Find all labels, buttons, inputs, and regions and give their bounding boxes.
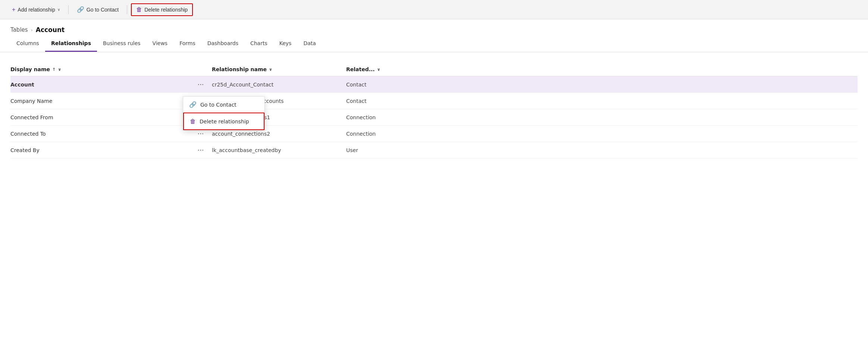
row-rel-name: lk_accountbase_createdby	[212, 147, 346, 153]
row-actions-dots[interactable]: ···	[189, 81, 212, 88]
tabs-area: Columns Relationships Business rules Vie…	[0, 36, 868, 52]
trash-icon: 🗑	[190, 118, 196, 125]
chevron-down-icon: ∨	[57, 7, 60, 12]
tab-columns[interactable]: Columns	[10, 36, 45, 52]
tab-business-rules[interactable]: Business rules	[97, 36, 147, 52]
context-menu-goto-contact[interactable]: 🔗 Go to Contact	[183, 97, 264, 113]
breadcrumb-parent[interactable]: Tables	[10, 26, 28, 33]
breadcrumb-current: Account	[36, 26, 65, 34]
tab-keys[interactable]: Keys	[273, 36, 298, 52]
row-related-table: Connection	[346, 131, 858, 137]
tab-dashboards[interactable]: Dashboards	[201, 36, 244, 52]
col-header-display: Display name ↑ ∨	[10, 66, 189, 72]
table-row[interactable]: Connected From ··· account_connections1 …	[10, 109, 858, 126]
tab-views[interactable]: Views	[147, 36, 174, 52]
link-icon: 🔗	[77, 6, 84, 13]
col-header-related: Related... ∨	[346, 66, 858, 72]
plus-icon: +	[12, 6, 15, 13]
trash-icon: 🗑	[136, 6, 142, 13]
table-row[interactable]: Connected To ··· account_connections2 Co…	[10, 126, 858, 142]
breadcrumb: Tables › Account	[10, 26, 858, 34]
row-related-table: Contact	[346, 82, 858, 88]
tab-charts[interactable]: Charts	[244, 36, 273, 52]
row-actions-dots[interactable]: ···	[189, 130, 212, 138]
context-delete-label: Delete relationship	[200, 119, 249, 124]
context-goto-label: Go to Contact	[200, 102, 236, 108]
row-display-name: Connected From	[10, 114, 189, 120]
sort-desc-icon[interactable]: ∨	[58, 67, 61, 72]
tab-forms[interactable]: Forms	[173, 36, 201, 52]
toolbar-divider-2	[127, 5, 127, 14]
col-header-relname: Relationship name ∨	[212, 66, 346, 72]
related-sort-icon[interactable]: ∨	[377, 67, 380, 72]
row-actions-dots[interactable]: ···	[189, 146, 212, 154]
row-rel-name: cr25d_Account_Contact	[212, 82, 346, 88]
table-row[interactable]: Company Name ··· account_contacts_accoun…	[10, 93, 858, 109]
toolbar: + Add relationship ∨ 🔗 Go to Contact 🗑 D…	[0, 0, 868, 19]
table-row[interactable]: Account ··· cr25d_Account_Contact Contac…	[10, 76, 858, 93]
add-relationship-label: Add relationship	[18, 7, 55, 13]
row-display-name: Connected To	[10, 131, 189, 137]
breadcrumb-area: Tables › Account	[0, 19, 868, 36]
row-display-name: Company Name	[10, 98, 189, 104]
tab-relationships[interactable]: Relationships	[45, 36, 97, 52]
delete-relationship-button[interactable]: 🗑 Delete relationship	[131, 3, 193, 16]
delete-relationship-label: Delete relationship	[144, 7, 188, 13]
add-relationship-button[interactable]: + Add relationship ∨	[7, 4, 65, 15]
breadcrumb-separator: ›	[31, 27, 33, 33]
goto-contact-button[interactable]: 🔗 Go to Contact	[72, 4, 123, 15]
link-icon: 🔗	[189, 101, 197, 108]
row-related-table: User	[346, 147, 858, 153]
context-menu-delete-relationship[interactable]: 🗑 Delete relationship	[183, 113, 264, 130]
toolbar-divider-1	[68, 5, 69, 14]
table-row[interactable]: Created By ··· lk_accountbase_createdby …	[10, 142, 858, 158]
sort-asc-icon[interactable]: ↑	[52, 67, 56, 72]
row-display-name: Created By	[10, 147, 189, 153]
row-related-table: Connection	[346, 114, 858, 120]
relname-sort-icon[interactable]: ∨	[269, 67, 272, 72]
tab-data[interactable]: Data	[297, 36, 322, 52]
context-menu: 🔗 Go to Contact 🗑 Delete relationship	[183, 96, 265, 130]
table-header: Display name ↑ ∨ Relationship name ∨ Rel…	[10, 63, 858, 76]
row-display-name: Account	[10, 82, 189, 88]
goto-contact-label: Go to Contact	[87, 7, 119, 13]
row-related-table: Contact	[346, 98, 858, 104]
row-rel-name: account_connections2	[212, 131, 346, 137]
main-content: Display name ↑ ∨ Relationship name ∨ Rel…	[0, 52, 868, 158]
